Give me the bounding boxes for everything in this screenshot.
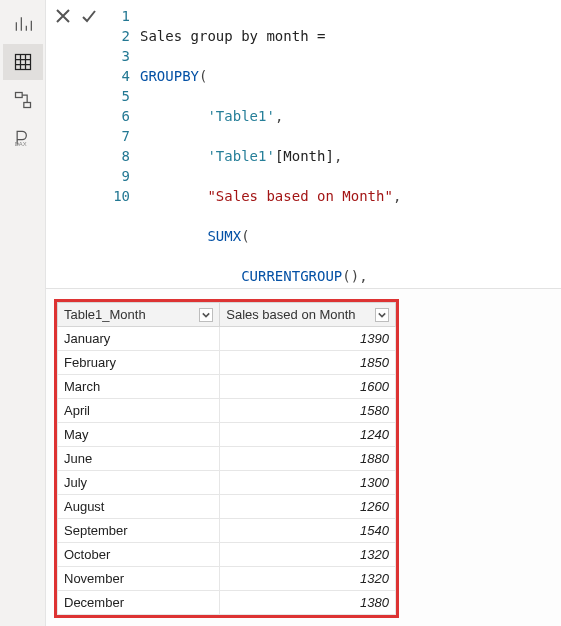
formula-bar-actions xyxy=(46,0,106,27)
code-func-groupby: GROUPBY xyxy=(140,68,199,84)
cell-value: 1240 xyxy=(220,423,396,447)
column-header-label: Sales based on Month xyxy=(226,307,355,322)
table-row[interactable]: December1380 xyxy=(58,591,396,615)
cell-value: 1320 xyxy=(220,567,396,591)
column-header-month[interactable]: Table1_Month xyxy=(58,303,220,327)
table-body: January1390 February1850 March1600 April… xyxy=(58,327,396,615)
table-row[interactable]: August1260 xyxy=(58,495,396,519)
cell-month: November xyxy=(58,567,220,591)
app-root: DAX 1 2 3 4 5 6 7 8 9 xyxy=(0,0,561,626)
cell-value: 1580 xyxy=(220,399,396,423)
code-measure-name: Sales group by month = xyxy=(140,28,325,44)
cell-month: April xyxy=(58,399,220,423)
cell-value: 1380 xyxy=(220,591,396,615)
column-header-label: Table1_Month xyxy=(64,307,146,322)
cell-month: October xyxy=(58,543,220,567)
cell-value: 1300 xyxy=(220,471,396,495)
cell-value: 1260 xyxy=(220,495,396,519)
cell-month: June xyxy=(58,447,220,471)
table-row[interactable]: April1580 xyxy=(58,399,396,423)
code-metric-name: "Sales based on Month" xyxy=(207,188,392,204)
table-row[interactable]: June1880 xyxy=(58,447,396,471)
column-header-sales[interactable]: Sales based on Month xyxy=(220,303,396,327)
svg-rect-1 xyxy=(15,93,22,98)
code-func-sumx: SUMX xyxy=(207,228,241,244)
cell-value: 1540 xyxy=(220,519,396,543)
cell-month: February xyxy=(58,351,220,375)
cell-value: 1600 xyxy=(220,375,396,399)
table-row[interactable]: February1850 xyxy=(58,351,396,375)
filter-dropdown-icon[interactable] xyxy=(375,308,389,322)
cell-month: July xyxy=(58,471,220,495)
code-col-month-b: [Month] xyxy=(275,148,334,164)
cell-month: March xyxy=(58,375,220,399)
cell-month: December xyxy=(58,591,220,615)
table-row[interactable]: September1540 xyxy=(58,519,396,543)
code-func-currentgroup: CURRENTGROUP xyxy=(241,268,342,284)
data-grid-container: Table1_Month Sales based on Month xyxy=(46,289,561,626)
view-switcher-rail: DAX xyxy=(0,0,46,626)
table-row[interactable]: March1600 xyxy=(58,375,396,399)
commit-icon[interactable] xyxy=(81,8,97,27)
main-content: 1 2 3 4 5 6 7 8 9 10 Sales group by mont… xyxy=(46,0,561,626)
table-row[interactable]: May1240 xyxy=(58,423,396,447)
data-view-button[interactable] xyxy=(3,44,43,80)
dax-query-view-button[interactable]: DAX xyxy=(3,120,43,156)
code-col-month-a: 'Table1' xyxy=(207,148,274,164)
cancel-icon[interactable] xyxy=(55,8,71,27)
cell-month: May xyxy=(58,423,220,447)
code-table-ref: 'Table1' xyxy=(207,108,274,124)
result-table: Table1_Month Sales based on Month xyxy=(57,302,396,615)
table-row[interactable]: January1390 xyxy=(58,327,396,351)
filter-dropdown-icon[interactable] xyxy=(199,308,213,322)
model-view-button[interactable] xyxy=(3,82,43,118)
dax-formula-bar: 1 2 3 4 5 6 7 8 9 10 Sales group by mont… xyxy=(46,0,561,289)
cell-value: 1320 xyxy=(220,543,396,567)
cell-value: 1850 xyxy=(220,351,396,375)
result-highlight-frame: Table1_Month Sales based on Month xyxy=(54,299,399,618)
cell-month: August xyxy=(58,495,220,519)
report-view-button[interactable] xyxy=(3,6,43,42)
table-header-row: Table1_Month Sales based on Month xyxy=(58,303,396,327)
svg-text:DAX: DAX xyxy=(14,141,26,147)
cell-month: September xyxy=(58,519,220,543)
table-row[interactable]: July1300 xyxy=(58,471,396,495)
cell-value: 1390 xyxy=(220,327,396,351)
svg-rect-2 xyxy=(23,103,30,108)
cell-month: January xyxy=(58,327,220,351)
cell-value: 1880 xyxy=(220,447,396,471)
table-row[interactable]: November1320 xyxy=(58,567,396,591)
line-number-gutter: 1 2 3 4 5 6 7 8 9 10 xyxy=(106,0,136,212)
table-row[interactable]: October1320 xyxy=(58,543,396,567)
svg-rect-0 xyxy=(15,55,30,70)
